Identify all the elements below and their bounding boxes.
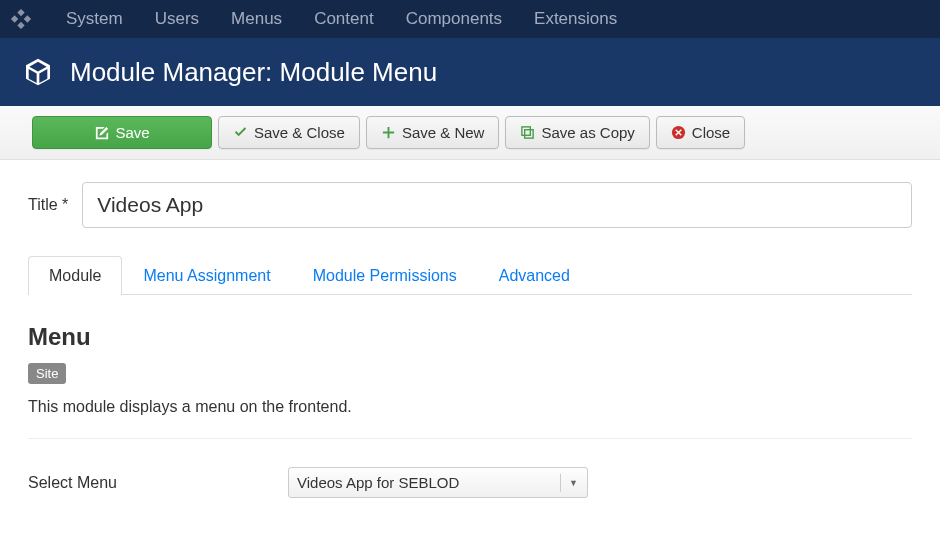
divider (28, 438, 912, 439)
module-description: This module displays a menu on the front… (28, 398, 912, 416)
save-new-label: Save & New (402, 124, 485, 141)
title-input[interactable] (82, 182, 912, 228)
content-area: Title * Module Menu Assignment Module Pe… (0, 160, 940, 520)
site-badge: Site (28, 363, 66, 384)
pencil-square-icon (94, 125, 109, 140)
nav-item-menus[interactable]: Menus (215, 9, 298, 29)
tab-module[interactable]: Module (28, 256, 122, 295)
save-new-button[interactable]: Save & New (366, 116, 500, 149)
close-circle-icon (671, 125, 686, 140)
toolbar: Save Save & Close Save & New Save as Cop… (0, 106, 940, 160)
select-menu-label: Select Menu (28, 474, 288, 492)
page-title: Module Manager: Module Menu (70, 57, 437, 88)
save-copy-button[interactable]: Save as Copy (505, 116, 649, 149)
title-field-row: Title * (28, 182, 912, 228)
save-copy-label: Save as Copy (541, 124, 634, 141)
svg-rect-1 (525, 130, 533, 138)
module-section: Menu Site This module displays a menu on… (28, 323, 912, 498)
check-icon (233, 125, 248, 140)
close-label: Close (692, 124, 730, 141)
tab-menu-assignment[interactable]: Menu Assignment (122, 256, 291, 295)
save-close-button[interactable]: Save & Close (218, 116, 360, 149)
nav-item-components[interactable]: Components (390, 9, 518, 29)
select-menu-dropdown[interactable]: Videos App for SEBLOD (288, 467, 588, 498)
plus-icon (381, 125, 396, 140)
tab-module-permissions[interactable]: Module Permissions (292, 256, 478, 295)
save-button[interactable]: Save (32, 116, 212, 149)
nav-item-extensions[interactable]: Extensions (518, 9, 633, 29)
tab-advanced[interactable]: Advanced (478, 256, 591, 295)
close-button[interactable]: Close (656, 116, 745, 149)
joomla-logo-icon[interactable] (10, 8, 32, 30)
top-nav: System Users Menus Content Components Ex… (0, 0, 940, 38)
svg-rect-0 (522, 127, 530, 135)
copy-icon (520, 125, 535, 140)
cube-icon (22, 56, 54, 88)
save-button-label: Save (115, 124, 149, 141)
save-close-label: Save & Close (254, 124, 345, 141)
nav-item-content[interactable]: Content (298, 9, 390, 29)
nav-item-system[interactable]: System (50, 9, 139, 29)
section-heading: Menu (28, 323, 912, 351)
title-bar: Module Manager: Module Menu (0, 38, 940, 106)
tabs: Module Menu Assignment Module Permission… (28, 256, 912, 295)
title-label: Title * (28, 196, 68, 214)
nav-item-users[interactable]: Users (139, 9, 215, 29)
select-menu-row: Select Menu Videos App for SEBLOD (28, 467, 912, 498)
